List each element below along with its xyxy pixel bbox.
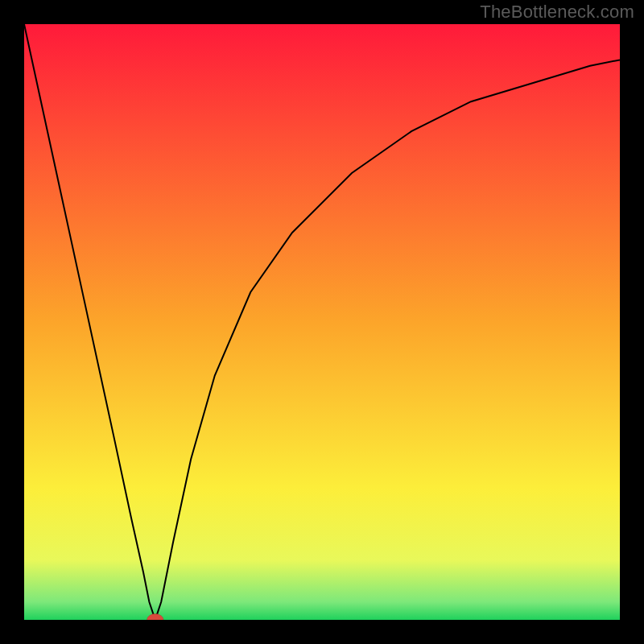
chart-frame: TheBottleneck.com	[0, 0, 644, 644]
watermark-text: TheBottleneck.com	[480, 2, 634, 23]
plot-background	[24, 24, 620, 620]
bottleneck-plot	[24, 24, 620, 620]
